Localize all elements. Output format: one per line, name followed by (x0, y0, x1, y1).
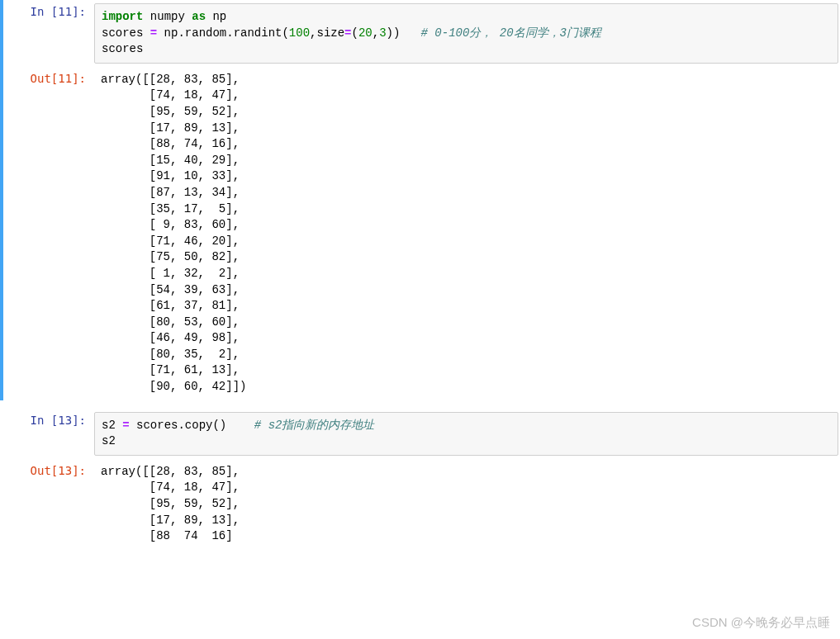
kw-as: as (192, 10, 206, 23)
kw-import: import (102, 10, 143, 23)
txt-call: np.random.randint( (157, 26, 289, 40)
txt-c2: , (373, 26, 379, 40)
watermark: CSDN @今晚务必早点睡 (692, 615, 830, 631)
num-100: 100 (289, 26, 310, 40)
op-eq3: = (122, 419, 129, 432)
txt-s2: s2 (102, 419, 122, 432)
output-11: array([[28, 83, 85], [74, 18, 47], [95, … (94, 67, 840, 400)
output-13: array([[28, 83, 85], [74, 18, 47], [95, … (94, 459, 840, 550)
comment-2: # s2指向新的内存地址 (254, 419, 375, 432)
in-prompt-13: In [13]: (3, 409, 94, 427)
txt-size: ,size (310, 26, 344, 40)
txt-paren: ( (352, 26, 358, 40)
txt-numpy: numpy (143, 10, 192, 23)
num-20: 20 (358, 26, 373, 40)
txt-s2-2: s2 (102, 434, 116, 447)
code-input-13[interactable]: s2 = scores.copy() # s2指向新的内存地址 s2 (94, 412, 838, 456)
op-eq: = (150, 26, 157, 40)
txt-line3: scores (102, 42, 143, 55)
txt-close: )) (387, 26, 421, 40)
op-eq2: = (344, 26, 351, 40)
output-cell-11: Out[11]: array([[28, 83, 85], [74, 18, 4… (0, 67, 840, 400)
code-cell-11[interactable]: In [11]: import numpy as np scores = np.… (0, 0, 840, 67)
txt-scores: scores (102, 26, 150, 40)
num-3: 3 (379, 26, 386, 40)
in-prompt-11: In [11]: (3, 0, 94, 18)
out-prompt-13: Out[13]: (3, 459, 94, 477)
comment-1: # 0-100分， 20名同学，3门课程 (421, 26, 601, 40)
output-cell-13: Out[13]: array([[28, 83, 85], [74, 18, 4… (0, 459, 840, 550)
code-cell-13[interactable]: In [13]: s2 = scores.copy() # s2指向新的内存地址… (0, 409, 840, 459)
code-input-11[interactable]: import numpy as np scores = np.random.ra… (94, 3, 838, 64)
out-prompt-11: Out[11]: (3, 67, 94, 85)
txt-copy: scores.copy() (130, 419, 254, 432)
txt-np: np (206, 10, 226, 23)
